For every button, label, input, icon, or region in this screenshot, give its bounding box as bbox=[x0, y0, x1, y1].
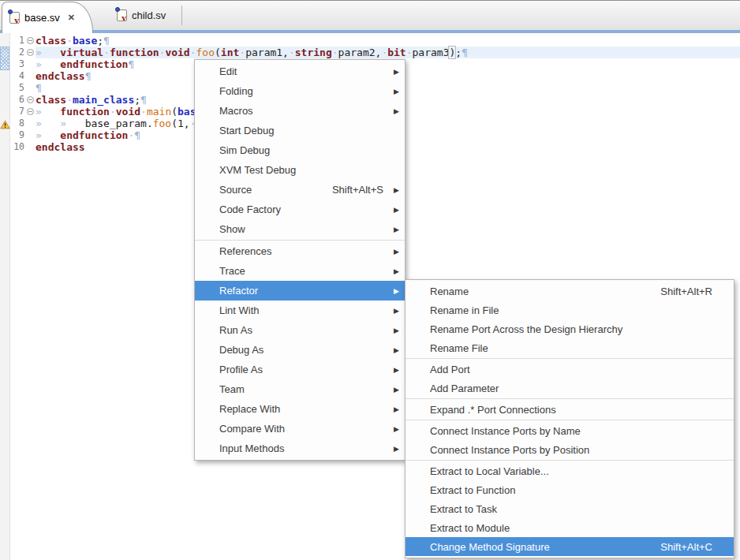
submenu-arrow-icon: ▶ bbox=[390, 226, 399, 233]
menu-separator bbox=[406, 398, 734, 399]
line-number: 9 bbox=[9, 129, 24, 141]
menu-item-label: Extract to Module bbox=[430, 522, 510, 534]
menu-item-label: Add Parameter bbox=[430, 383, 499, 394]
menu-item-rename-file[interactable]: Rename File bbox=[406, 338, 734, 357]
menu-item-change-method-signature[interactable]: Change Method SignatureShift+Alt+C bbox=[406, 537, 734, 556]
menu-item-edit[interactable]: Edit▶ bbox=[195, 62, 405, 81]
menu-item-folding[interactable]: Folding▶ bbox=[195, 81, 405, 101]
menu-item-label: Refactor bbox=[219, 285, 258, 297]
sv-file-icon: v bbox=[9, 12, 20, 24]
menu-item-extract-to-module[interactable]: Extract to Module bbox=[406, 518, 734, 537]
menu-item-team[interactable]: Team▶ bbox=[195, 379, 405, 399]
context-menu: Edit▶Folding▶Macros▶Start DebugSim Debug… bbox=[194, 59, 406, 461]
menu-item-label: Profile As bbox=[219, 364, 263, 375]
menu-item-rename-port-across-the-design-hierarchy[interactable]: Rename Port Across the Design Hierarchy bbox=[406, 319, 734, 338]
menu-item-extract-to-task[interactable]: Extract to Task bbox=[406, 499, 734, 518]
line-number: 8 bbox=[9, 118, 24, 129]
submenu-arrow-icon: ▶ bbox=[390, 107, 399, 115]
menu-item-label: Edit bbox=[219, 65, 237, 77]
menu-item-shortcut: Shift+Alt+R bbox=[660, 286, 712, 297]
menu-item-label: Rename File bbox=[430, 342, 488, 354]
menu-separator bbox=[406, 358, 734, 359]
fold-collapse-icon[interactable] bbox=[27, 96, 34, 103]
fold-collapse-icon[interactable] bbox=[27, 108, 34, 115]
menu-item-run-as[interactable]: Run As▶ bbox=[195, 320, 405, 340]
close-icon[interactable]: ✕ bbox=[68, 13, 75, 23]
line-number: 5 bbox=[9, 82, 24, 94]
menu-item-start-debug[interactable]: Start Debug bbox=[195, 121, 405, 140]
line-number: 7 bbox=[9, 106, 24, 118]
range-indicator-marker bbox=[0, 47, 9, 70]
menu-item-source[interactable]: SourceShift+Alt+S▶ bbox=[195, 180, 405, 200]
menu-item-label: Expand .* Port Connections bbox=[430, 404, 556, 416]
menu-item-label: Rename Port Across the Design Hierarchy bbox=[430, 323, 622, 335]
menu-item-connect-instance-ports-by-name[interactable]: Connect Instance Ports by Name bbox=[406, 421, 734, 440]
menu-item-code-factory[interactable]: Code Factory▶ bbox=[195, 200, 405, 219]
refactor-submenu: RenameShift+Alt+RRename in FileRename Po… bbox=[405, 279, 734, 558]
menu-item-label: Extract to Task bbox=[430, 503, 497, 515]
line-number: 2 bbox=[9, 47, 24, 58]
submenu-arrow-icon: ▶ bbox=[390, 346, 399, 354]
menu-item-show[interactable]: Show▶ bbox=[195, 219, 405, 239]
menu-item-label: Macros bbox=[219, 105, 253, 117]
submenu-arrow-icon: ▶ bbox=[390, 307, 399, 315]
pin-icon bbox=[115, 7, 120, 12]
tab-base-sv[interactable]: v base.sv ✕ bbox=[2, 2, 93, 33]
menu-item-label: Debug As bbox=[219, 344, 263, 356]
menu-item-sim-debug[interactable]: Sim Debug bbox=[195, 140, 405, 160]
submenu-arrow-icon: ▶ bbox=[390, 287, 399, 295]
menu-item-label: Replace With bbox=[219, 403, 280, 415]
submenu-arrow-icon: ▶ bbox=[390, 327, 399, 334]
submenu-arrow-icon: ▶ bbox=[390, 68, 399, 76]
line-number: 10 bbox=[9, 141, 24, 153]
menu-item-add-port[interactable]: Add Port bbox=[406, 360, 734, 379]
menu-item-shortcut: Shift+Alt+C bbox=[660, 541, 712, 553]
menu-item-macros[interactable]: Macros▶ bbox=[195, 101, 405, 121]
menu-item-lint-with[interactable]: Lint With▶ bbox=[195, 301, 405, 320]
tab-divider bbox=[181, 6, 182, 25]
submenu-arrow-icon: ▶ bbox=[390, 445, 399, 453]
submenu-arrow-icon: ▶ bbox=[390, 405, 399, 413]
menu-item-connect-instance-ports-by-position[interactable]: Connect Instance Ports by Position bbox=[406, 440, 734, 459]
menu-item-extract-to-function[interactable]: Extract to Function bbox=[406, 480, 734, 499]
submenu-arrow-icon: ▶ bbox=[390, 425, 399, 433]
fold-collapse-icon[interactable] bbox=[27, 49, 34, 56]
menu-item-compare-with[interactable]: Compare With▶ bbox=[195, 419, 405, 439]
tab-child-sv[interactable]: v child.sv bbox=[109, 3, 181, 28]
code-line-1[interactable]: class·base;¶ bbox=[36, 35, 740, 47]
menu-item-references[interactable]: References▶ bbox=[195, 241, 405, 261]
menu-item-rename[interactable]: RenameShift+Alt+R bbox=[406, 282, 734, 301]
menu-item-profile-as[interactable]: Profile As▶ bbox=[195, 360, 405, 379]
menu-item-label: Add Port bbox=[430, 364, 470, 375]
menu-item-label: Source bbox=[219, 184, 252, 196]
submenu-arrow-icon: ▶ bbox=[390, 366, 399, 374]
sv-file-icon: v bbox=[117, 9, 127, 21]
menu-item-label: Rename in File bbox=[430, 304, 499, 316]
menu-item-refactor[interactable]: Refactor▶ bbox=[195, 281, 405, 301]
menu-item-label: Input Methods bbox=[219, 442, 284, 454]
menu-item-input-methods[interactable]: Input Methods▶ bbox=[195, 439, 405, 458]
menu-item-rename-in-file[interactable]: Rename in File bbox=[406, 301, 734, 319]
submenu-arrow-icon: ▶ bbox=[390, 206, 399, 214]
menu-item-trace[interactable]: Trace▶ bbox=[195, 261, 405, 281]
menu-item-replace-with[interactable]: Replace With▶ bbox=[195, 399, 405, 419]
menu-item-expand-port-connections[interactable]: Expand .* Port Connections bbox=[406, 400, 734, 419]
menu-item-label: Code Factory bbox=[219, 203, 281, 215]
menu-item-xvm-test-debug[interactable]: XVM Test Debug bbox=[195, 160, 405, 180]
menu-item-label: Trace bbox=[219, 265, 245, 277]
fold-collapse-icon[interactable] bbox=[27, 37, 34, 44]
ide-window: v child.sv v base.sv ✕ 12345678910 class… bbox=[0, 0, 740, 560]
line-number: 3 bbox=[9, 58, 24, 70]
menu-item-add-parameter[interactable]: Add Parameter bbox=[406, 379, 734, 398]
line-number: 4 bbox=[9, 70, 24, 82]
menu-separator bbox=[406, 420, 734, 420]
menu-separator bbox=[195, 240, 405, 241]
menu-item-label: XVM Test Debug bbox=[219, 164, 296, 176]
menu-item-extract-to-local-variable[interactable]: Extract to Local Variable... bbox=[406, 461, 734, 480]
menu-item-label: Compare With bbox=[219, 423, 285, 435]
menu-item-debug-as[interactable]: Debug As▶ bbox=[195, 340, 405, 360]
menu-item-label: Rename bbox=[430, 286, 469, 297]
code-line-2[interactable]: » virtual·function·void·foo(int·param1,·… bbox=[36, 47, 740, 58]
menu-item-label: Sim Debug bbox=[219, 144, 270, 156]
menu-item-label: Lint With bbox=[219, 304, 260, 316]
